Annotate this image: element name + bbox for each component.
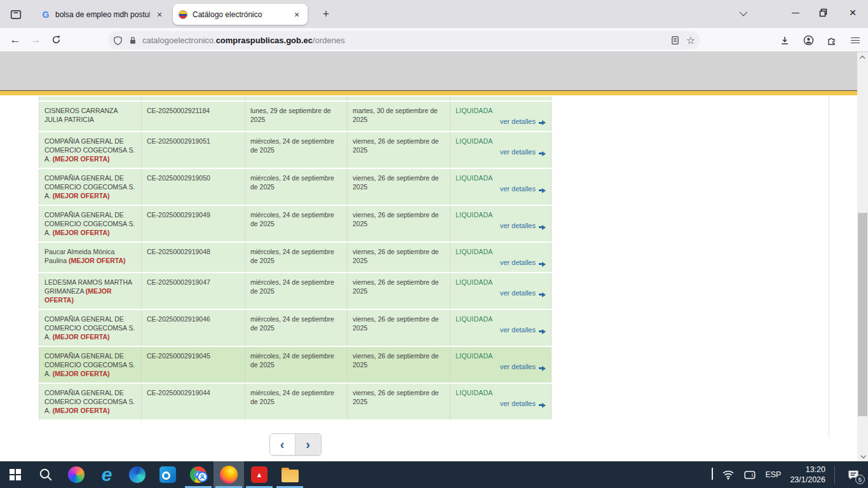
scrollbar-thumb[interactable] — [858, 213, 867, 416]
firefox-icon — [220, 466, 238, 484]
start-date-cell: miércoles, 24 de septiembre de 2025 — [245, 132, 348, 168]
next-page-button[interactable]: › — [295, 434, 321, 455]
status-cell: LIQUIDADA ver detalles — [451, 347, 552, 383]
status-badge: LIQUIDADA — [456, 210, 546, 219]
ver-detalles-link[interactable]: ver detalles — [500, 363, 536, 370]
order-code-cell: CE-20250002919050 — [142, 169, 245, 205]
provider-cell: COMPAÑIA GENERAL DE COMERCIO COGECOMSA S… — [39, 347, 142, 383]
list-tabs-button[interactable] — [728, 0, 756, 25]
tab-bolsa-empleo[interactable]: G bolsa de empleo mdh postular × — [36, 4, 170, 25]
ver-detalles-link[interactable]: ver detalles — [500, 326, 536, 334]
lock-icon — [128, 36, 137, 45]
mejor-oferta-label: (MEJOR OFERTA) — [53, 192, 110, 200]
browser-titlebar: G bolsa de empleo mdh postular × Catálog… — [0, 0, 868, 28]
edge-button[interactable] — [122, 461, 153, 488]
extensions-button[interactable] — [823, 32, 841, 50]
vertical-scrollbar[interactable] — [857, 52, 868, 461]
downloads-button[interactable] — [776, 32, 794, 50]
display-connect-icon[interactable]: 1 — [743, 470, 756, 480]
forward-button[interactable]: → — [25, 31, 46, 49]
browser-toolbar: ← → catalogoelectronico.compraspublicas.… — [0, 28, 868, 52]
minimize-button[interactable] — [782, 0, 810, 25]
new-tab-button[interactable]: + — [318, 6, 334, 23]
account-button[interactable] — [799, 32, 817, 50]
ver-detalles-link[interactable]: ver detalles — [500, 185, 536, 193]
mejor-oferta-label: (MEJOR OFERTA) — [69, 257, 126, 264]
mejor-oferta-label: (MEJOR OFERTA) — [53, 370, 110, 377]
start-button[interactable] — [0, 461, 31, 488]
table-row: LEDESMA RAMOS MARTHA GRIMANEZA (MEJOR OF… — [39, 273, 552, 309]
menu-button[interactable] — [846, 32, 864, 50]
acrobat-button[interactable]: ▲ — [244, 461, 275, 488]
notification-center-button[interactable]: 5 — [844, 465, 863, 484]
ver-detalles-link[interactable]: ver detalles — [500, 148, 536, 156]
url-text: catalogoelectronico.compraspublicas.gob.… — [142, 36, 665, 45]
tab-close-icon[interactable]: × — [154, 10, 165, 20]
end-date-cell: viernes, 26 de septiembre de 2025 — [348, 206, 451, 241]
bookmark-star-icon[interactable]: ☆ — [686, 34, 695, 46]
arrow-right-icon — [539, 400, 546, 409]
wifi-icon[interactable] — [722, 470, 735, 480]
status-badge: LIQUIDADA — [456, 173, 546, 182]
ver-detalles-link[interactable]: ver detalles — [500, 259, 536, 266]
time: 13:20 — [806, 465, 825, 474]
page-content: CISNEROS CARRANZA JULIA PATRICIA CE-2025… — [0, 95, 857, 461]
order-code-cell: CE-20250002919051 — [142, 132, 245, 168]
start-date-cell: miércoles, 24 de septiembre de 2025 — [245, 206, 348, 241]
notification-badge: 5 — [855, 475, 865, 484]
back-button[interactable]: ← — [5, 31, 25, 49]
status-cell: LIQUIDADA ver detalles — [451, 132, 552, 168]
arrow-right-icon — [539, 185, 546, 194]
status-cell: LIQUIDADA ver detalles — [451, 169, 552, 205]
tray-expand-button[interactable] — [712, 469, 713, 480]
outlook-icon — [159, 466, 176, 483]
reload-button[interactable] — [46, 31, 66, 49]
acrobat-icon: ▲ — [251, 466, 268, 483]
close-window-button[interactable]: × — [839, 0, 867, 25]
ver-detalles-link[interactable]: ver detalles — [500, 118, 536, 125]
reader-view-icon[interactable] — [670, 36, 680, 45]
chrome-button[interactable] — [183, 461, 214, 488]
content-panel-border — [829, 95, 829, 438]
internet-explorer-button[interactable]: e — [92, 461, 122, 488]
tab-close-icon[interactable]: × — [291, 10, 302, 20]
table-row: COMPAÑIA GENERAL DE COMERCIO COGECOMSA S… — [39, 206, 552, 241]
outlook-button[interactable] — [153, 461, 183, 488]
tab-title: Catálogo electrónico — [193, 10, 287, 19]
scroll-up-button[interactable] — [857, 52, 868, 63]
restore-button[interactable] — [810, 0, 837, 25]
end-date-cell: martes, 30 de septiembre de 2025 — [348, 102, 451, 131]
order-code-cell: CE-20250002919047 — [142, 273, 245, 309]
tab-catalogo-electronico[interactable]: Catálogo electrónico × — [173, 4, 308, 25]
ver-detalles-link[interactable]: ver detalles — [500, 400, 536, 407]
chrome-profile-badge — [197, 471, 208, 482]
scroll-down-button[interactable] — [857, 451, 868, 461]
ver-detalles-link[interactable]: ver detalles — [500, 289, 536, 297]
provider-cell: Paucar Almeida Mónica Paulina (MEJOR OFE… — [39, 243, 142, 272]
taskbar-search-button[interactable] — [31, 461, 61, 488]
taskbar-clock[interactable]: 13:20 23/1/2026 — [790, 464, 825, 485]
copilot-icon — [68, 466, 85, 483]
orders-table: CISNEROS CARRANZA JULIA PATRICIA CE-2025… — [39, 95, 552, 421]
firefox-button[interactable] — [214, 461, 244, 488]
start-date-cell: miércoles, 24 de septiembre de 2025 — [245, 384, 348, 419]
partial-row — [39, 97, 552, 100]
table-row: Paucar Almeida Mónica Paulina (MEJOR OFE… — [39, 243, 552, 272]
arrow-right-icon — [539, 363, 546, 372]
arrow-right-icon — [539, 327, 546, 336]
language-indicator[interactable]: ESP — [765, 470, 781, 479]
copilot-button[interactable] — [61, 461, 92, 488]
chevron-down-icon — [860, 453, 865, 458]
table-row: COMPAÑIA GENERAL DE COMERCIO COGECOMSA S… — [39, 347, 552, 383]
prev-page-button[interactable]: ‹ — [270, 434, 295, 455]
svg-text:1: 1 — [752, 472, 754, 477]
firefox-view-icon[interactable] — [6, 7, 25, 22]
end-date-cell: viernes, 26 de septiembre de 2025 — [348, 347, 451, 383]
ver-detalles-link[interactable]: ver detalles — [500, 222, 536, 229]
status-badge: LIQUIDADA — [456, 137, 546, 146]
google-favicon: G — [41, 10, 51, 20]
url-bar[interactable]: catalogoelectronico.compraspublicas.gob.… — [108, 31, 700, 50]
file-explorer-button[interactable] — [275, 461, 305, 488]
provider-cell: LEDESMA RAMOS MARTHA GRIMANEZA (MEJOR OF… — [39, 273, 142, 309]
start-date-cell: miércoles, 24 de septiembre de 2025 — [245, 243, 348, 272]
